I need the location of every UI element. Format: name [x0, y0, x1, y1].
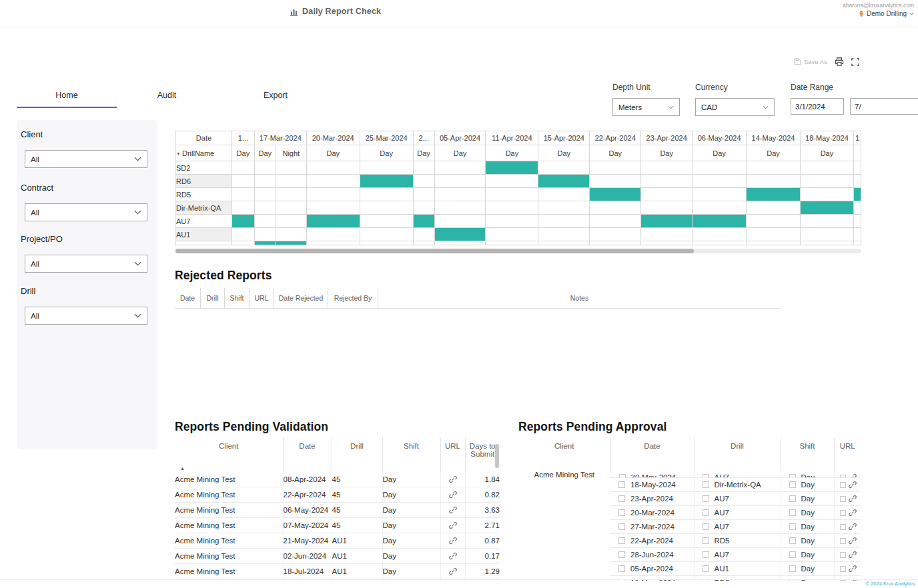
row-checkbox[interactable] [703, 523, 709, 530]
gantt-cell[interactable] [360, 161, 413, 175]
gantt-cell[interactable] [800, 228, 853, 241]
row-checkbox[interactable] [618, 551, 625, 558]
gantt-cell[interactable] [276, 215, 306, 228]
gantt-cell[interactable] [486, 175, 538, 188]
gantt-horizontal-scrollbar[interactable] [175, 249, 861, 253]
gantt-cell[interactable] [538, 188, 590, 201]
gantt-cell[interactable] [641, 201, 693, 215]
gantt-date-header[interactable]: 17-Mar-2024 [254, 131, 306, 145]
tab-export[interactable]: Export [225, 91, 326, 108]
gantt-cell[interactable] [434, 201, 486, 215]
gantt-scrollbar-thumb[interactable] [175, 249, 694, 253]
report-link-icon[interactable] [440, 564, 465, 579]
gantt-shift-bar[interactable] [306, 215, 360, 228]
gantt-cell[interactable] [538, 161, 590, 175]
gantt-cell[interactable] [693, 188, 747, 201]
gantt-cell[interactable] [853, 175, 861, 188]
gantt-cell[interactable] [254, 215, 276, 228]
date-range-start-input[interactable]: 3/1/2024 [791, 98, 844, 115]
gantt-cell[interactable] [276, 188, 306, 201]
gantt-corner-drillname[interactable]: ▼DrillName [176, 145, 232, 161]
row-checkbox[interactable] [840, 496, 846, 502]
row-checkbox[interactable] [840, 482, 846, 488]
gantt-cell[interactable] [853, 201, 861, 215]
gantt-shift-header[interactable]: Day [486, 145, 538, 161]
gantt-cell[interactable] [486, 215, 538, 228]
print-button[interactable] [835, 57, 844, 66]
gantt-cell[interactable] [486, 241, 538, 245]
rejected-header-shift[interactable]: Shift [225, 288, 250, 308]
gantt-cell[interactable] [853, 241, 861, 245]
gantt-cell[interactable] [641, 175, 693, 188]
row-checkbox[interactable] [703, 509, 709, 516]
gantt-row-label[interactable]: RD5 [176, 188, 232, 201]
gantt-cell[interactable] [800, 241, 853, 245]
gantt-shift-bar[interactable] [232, 215, 254, 228]
gantt-cell[interactable] [641, 188, 693, 201]
gantt-cell[interactable] [800, 175, 853, 188]
gantt-cell[interactable] [413, 228, 434, 241]
gantt-cell[interactable] [413, 188, 434, 201]
gantt-shift-header[interactable]: Night [276, 145, 306, 161]
gantt-cell[interactable] [434, 161, 486, 175]
contract-filter-dropdown[interactable]: All [25, 203, 147, 221]
gantt-cell[interactable] [538, 228, 590, 241]
gantt-shift-header[interactable]: Day [538, 145, 590, 161]
gantt-cell[interactable] [434, 188, 486, 201]
row-checkbox[interactable] [789, 565, 796, 572]
report-link-icon[interactable] [440, 518, 465, 533]
report-link-icon[interactable] [440, 503, 465, 518]
gantt-cell[interactable] [413, 201, 434, 215]
gantt-cell[interactable] [306, 188, 360, 201]
gantt-cell[interactable] [360, 188, 413, 201]
gantt-cell[interactable] [232, 175, 254, 188]
gantt-cell[interactable] [590, 241, 641, 245]
save-as-button[interactable]: Save As [794, 58, 827, 65]
gantt-cell[interactable] [306, 241, 360, 245]
gantt-shift-header[interactable]: Day [590, 145, 641, 161]
gantt-cell[interactable] [590, 228, 641, 241]
gantt-cell[interactable] [276, 201, 306, 215]
rejected-header-rejected-by[interactable]: Rejected By [328, 288, 378, 308]
gantt-cell[interactable] [693, 161, 747, 175]
gantt-shift-bar[interactable] [853, 188, 861, 201]
row-checkbox[interactable] [618, 495, 625, 502]
gantt-cell[interactable] [254, 175, 276, 188]
gantt-cell[interactable] [486, 188, 538, 201]
gantt-cell[interactable] [276, 228, 306, 241]
gantt-cell[interactable] [693, 241, 747, 245]
gantt-shift-bar[interactable] [434, 228, 486, 241]
row-checkbox[interactable] [618, 523, 625, 530]
row-checkbox[interactable] [789, 551, 796, 558]
project-filter-dropdown[interactable]: All [25, 255, 147, 273]
report-link-icon[interactable] [849, 565, 857, 573]
gantt-cell[interactable] [747, 175, 801, 188]
gantt-cell[interactable] [486, 228, 538, 241]
gantt-cell[interactable] [590, 215, 641, 228]
tab-audit[interactable]: Audit [117, 91, 217, 108]
report-link-icon[interactable] [849, 523, 857, 531]
gantt-cell[interactable] [434, 175, 486, 188]
row-checkbox[interactable] [789, 509, 796, 516]
depth-unit-dropdown[interactable]: Meters [612, 98, 680, 116]
client-filter-dropdown[interactable]: All [25, 150, 147, 168]
validation-header-shift[interactable]: Shift [382, 437, 440, 472]
gantt-cell[interactable] [306, 175, 360, 188]
gantt-cell[interactable] [800, 215, 853, 228]
gantt-cell[interactable] [232, 241, 254, 245]
gantt-date-header[interactable]: 14-May-2024 [747, 131, 801, 145]
currency-dropdown[interactable]: CAD [695, 98, 775, 116]
rejected-header-notes[interactable]: Notes [378, 288, 781, 308]
rejected-header-date-rejected[interactable]: Date Rejected [274, 288, 328, 308]
rejected-header-drill[interactable]: Drill [201, 288, 225, 308]
gantt-shift-bar[interactable] [590, 188, 641, 201]
row-checkbox[interactable] [703, 551, 709, 558]
row-checkbox[interactable] [618, 509, 625, 516]
validation-header-url[interactable]: URL [440, 437, 465, 472]
gantt-row-label[interactable]: RD6 [176, 175, 232, 188]
row-checkbox[interactable] [618, 565, 625, 572]
gantt-cell[interactable] [693, 201, 747, 215]
gantt-cell[interactable] [641, 228, 693, 241]
gantt-shift-bar[interactable] [360, 175, 413, 188]
row-checkbox[interactable] [840, 538, 846, 544]
